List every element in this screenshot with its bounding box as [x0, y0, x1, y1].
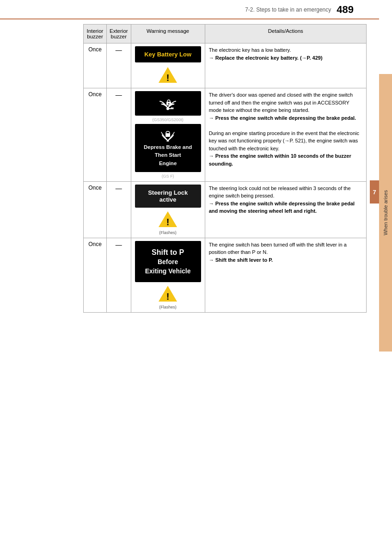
warning-message-cell: (GS350/GS200t) — [131, 88, 205, 182]
caution-triangle-icon: ! — [158, 66, 178, 84]
svg-text:!: ! — [166, 217, 170, 227]
detail-action-text: Replace the electronic key battery. (→P.… — [215, 55, 323, 61]
detail-plain-text: The engine switch has been turned off wi… — [209, 242, 347, 255]
shift-p-box: Shift to P Before Exiting Vehicle — [135, 241, 201, 283]
header-title: 7-2. Steps to take in an emergency — [245, 6, 331, 13]
details-cell: The driver's door was opened and closed … — [205, 88, 366, 182]
detail-plain-text-2: During an engine starting procedure in t… — [209, 130, 359, 151]
key-icon-box — [135, 91, 201, 116]
exterior-buzzer-cell: — — [107, 238, 131, 313]
brake-icon — [159, 129, 177, 142]
detail-action-text-2: Press the engine switch within 10 second… — [209, 153, 351, 166]
detail-arrow-2: → — [209, 153, 214, 159]
warning-table: Interiorbuzzer Exteriorbuzzer Warning me… — [83, 24, 367, 313]
details-cell: The electronic key has a low battery. → … — [205, 43, 366, 88]
warning-message-cell: Shift to P Before Exiting Vehicle ! (Fla… — [131, 238, 205, 313]
exterior-buzzer-cell: — — [107, 43, 131, 88]
caution-triangle-icon-3: ! — [158, 285, 178, 302]
warning-message-cell: Steering Lock active ! (Flashes) — [131, 181, 205, 238]
table-row: Once — Steering Lock active ! (Flashes) — [84, 181, 367, 238]
subtitle-gs350: (GS350/GS200t) — [135, 117, 201, 122]
side-tab-text: When trouble arises — [383, 190, 388, 235]
table-row: Once — — [84, 88, 367, 182]
interior-buzzer-cell: Once — [84, 238, 107, 313]
shift-p-text: Shift to P — [152, 248, 184, 256]
svg-rect-9 — [165, 133, 170, 137]
caution-icon-wrapper: ! — [135, 66, 201, 85]
svg-rect-4 — [172, 107, 173, 109]
depress-brake-box: Depress Brake andThen StartEngine — [135, 124, 201, 172]
detail-arrow: → — [209, 201, 214, 206]
interior-buzzer-cell: Once — [84, 181, 107, 238]
svg-text:!: ! — [166, 291, 170, 302]
side-number: 7 — [370, 180, 379, 204]
svg-point-2 — [166, 107, 169, 110]
flashes-label-2: (Flashes) — [135, 305, 201, 309]
caution-flashes-wrapper: ! (Flashes) — [135, 210, 201, 235]
detail-arrow: → — [209, 55, 214, 61]
detail-plain-text-1: The driver's door was opened and closed … — [209, 92, 353, 113]
col-header-details: Details/Actions — [205, 25, 366, 43]
col-header-exterior: Exteriorbuzzer — [107, 25, 131, 43]
details-cell: The steering lock could not be released … — [205, 181, 366, 238]
caution-triangle-icon-2: ! — [158, 210, 178, 228]
detail-arrow-1: → — [209, 115, 214, 121]
wireless-key-icon — [156, 95, 179, 111]
col-header-interior: Interiorbuzzer — [84, 25, 107, 43]
flashes-label: (Flashes) — [135, 230, 201, 235]
caution-flashes-wrapper-2: ! (Flashes) — [135, 285, 201, 309]
page-header: 7-2. Steps to take in an emergency 489 — [0, 0, 379, 19]
interior-buzzer-cell: Once — [84, 43, 107, 88]
table-row: Once — Key Battery Low ! The electronic … — [84, 43, 367, 88]
content-area: Interiorbuzzer Exteriorbuzzer Warning me… — [83, 24, 367, 313]
warning-message-cell: Key Battery Low ! — [131, 43, 205, 88]
subtitle-gsf: (GS F) — [135, 174, 201, 179]
details-cell: The engine switch has been turned off wi… — [205, 238, 366, 313]
page-container: When trouble arises 7 7-2. Steps to take… — [0, 0, 392, 555]
exterior-buzzer-cell: — — [107, 181, 131, 238]
exterior-buzzer-cell: — — [107, 88, 131, 182]
svg-text:!: ! — [166, 73, 170, 83]
detail-plain-text: The steering lock could not be released … — [209, 185, 351, 199]
detail-action-text: Press the engine switch while depressing… — [209, 201, 355, 214]
key-battery-box: Key Battery Low — [135, 46, 201, 62]
svg-rect-5 — [171, 107, 172, 109]
detail-action-text: Shift the shift lever to P. — [215, 257, 273, 263]
table-row: Once — Shift to P Before Exiting Vehicle… — [84, 238, 367, 313]
svg-rect-7 — [168, 103, 170, 105]
steering-lock-box: Steering Lock active — [135, 185, 201, 208]
side-tab: When trouble arises — [379, 74, 392, 352]
detail-arrow: → — [209, 257, 214, 263]
col-header-warning: Warning message — [131, 25, 205, 43]
page-number: 489 — [337, 4, 354, 16]
detail-plain-text: The electronic key has a low battery. — [209, 47, 291, 53]
detail-action-text-1: Press the engine switch while depressing… — [215, 115, 356, 121]
interior-buzzer-cell: Once — [84, 88, 107, 182]
